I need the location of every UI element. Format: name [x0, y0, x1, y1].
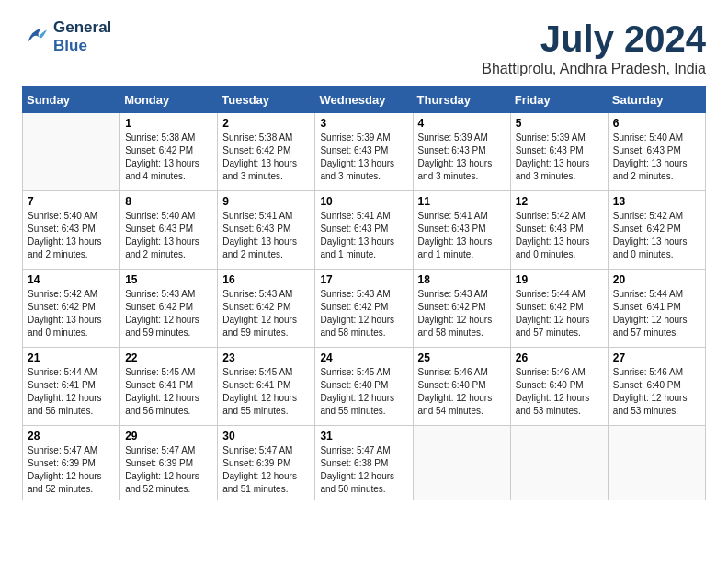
day-number: 26 [516, 351, 603, 364]
calendar-week-row: 1Sunrise: 5:38 AMSunset: 6:42 PMDaylight… [23, 113, 706, 191]
day-number: 22 [125, 351, 212, 364]
day-number: 7 [28, 195, 115, 208]
day-info: Sunrise: 5:39 AMSunset: 6:43 PMDaylight:… [418, 132, 506, 183]
day-number: 9 [222, 195, 310, 208]
day-number: 6 [613, 117, 700, 130]
day-info: Sunrise: 5:41 AMSunset: 6:43 PMDaylight:… [320, 210, 407, 261]
calendar-cell: 4Sunrise: 5:39 AMSunset: 6:43 PMDaylight… [413, 113, 510, 191]
day-info: Sunrise: 5:38 AMSunset: 6:42 PMDaylight:… [222, 132, 310, 183]
calendar-cell: 13Sunrise: 5:42 AMSunset: 6:42 PMDayligh… [608, 191, 705, 270]
calendar-cell: 19Sunrise: 5:44 AMSunset: 6:42 PMDayligh… [510, 270, 608, 348]
calendar-cell [510, 426, 608, 500]
calendar-cell: 28Sunrise: 5:47 AMSunset: 6:39 PMDayligh… [23, 426, 120, 500]
calendar-cell: 7Sunrise: 5:40 AMSunset: 6:43 PMDaylight… [23, 191, 120, 270]
day-info: Sunrise: 5:43 AMSunset: 6:42 PMDaylight:… [320, 288, 407, 339]
day-number: 11 [418, 195, 506, 208]
day-info: Sunrise: 5:47 AMSunset: 6:39 PMDaylight:… [28, 444, 115, 496]
calendar-cell: 6Sunrise: 5:40 AMSunset: 6:43 PMDaylight… [608, 113, 705, 191]
day-number: 4 [418, 117, 506, 130]
calendar-cell: 11Sunrise: 5:41 AMSunset: 6:43 PMDayligh… [413, 191, 510, 270]
calendar-cell: 12Sunrise: 5:42 AMSunset: 6:43 PMDayligh… [510, 191, 608, 270]
day-info: Sunrise: 5:47 AMSunset: 6:38 PMDaylight:… [320, 444, 407, 496]
day-info: Sunrise: 5:40 AMSunset: 6:43 PMDaylight:… [28, 210, 115, 261]
day-number: 13 [613, 195, 700, 208]
calendar-cell: 20Sunrise: 5:44 AMSunset: 6:41 PMDayligh… [608, 270, 705, 348]
day-number: 16 [222, 273, 310, 286]
day-number: 19 [516, 273, 603, 286]
calendar-cell: 25Sunrise: 5:46 AMSunset: 6:40 PMDayligh… [413, 348, 510, 426]
day-number: 8 [125, 195, 212, 208]
calendar-cell: 18Sunrise: 5:43 AMSunset: 6:42 PMDayligh… [413, 270, 510, 348]
calendar-cell: 26Sunrise: 5:46 AMSunset: 6:40 PMDayligh… [510, 348, 608, 426]
day-info: Sunrise: 5:43 AMSunset: 6:42 PMDaylight:… [222, 288, 310, 339]
calendar-cell: 8Sunrise: 5:40 AMSunset: 6:43 PMDaylight… [120, 191, 218, 270]
calendar-cell: 3Sunrise: 5:39 AMSunset: 6:43 PMDaylight… [315, 113, 413, 191]
logo-text: General Blue [53, 18, 111, 55]
day-number: 1 [125, 117, 212, 130]
calendar-cell: 30Sunrise: 5:47 AMSunset: 6:39 PMDayligh… [218, 426, 315, 500]
day-info: Sunrise: 5:43 AMSunset: 6:42 PMDaylight:… [125, 288, 212, 339]
calendar-week-row: 21Sunrise: 5:44 AMSunset: 6:41 PMDayligh… [23, 348, 706, 426]
day-number: 15 [125, 273, 212, 286]
day-info: Sunrise: 5:41 AMSunset: 6:43 PMDaylight:… [222, 210, 310, 261]
weekday-header: Monday [120, 87, 218, 113]
calendar-cell: 1Sunrise: 5:38 AMSunset: 6:42 PMDaylight… [120, 113, 218, 191]
calendar-cell: 29Sunrise: 5:47 AMSunset: 6:39 PMDayligh… [120, 426, 218, 500]
day-info: Sunrise: 5:40 AMSunset: 6:43 PMDaylight:… [613, 132, 700, 183]
day-info: Sunrise: 5:42 AMSunset: 6:43 PMDaylight:… [516, 210, 603, 261]
day-info: Sunrise: 5:44 AMSunset: 6:41 PMDaylight:… [28, 366, 115, 418]
weekday-header: Wednesday [315, 87, 413, 113]
day-info: Sunrise: 5:41 AMSunset: 6:43 PMDaylight:… [418, 210, 506, 261]
logo: General Blue [22, 18, 111, 55]
day-info: Sunrise: 5:46 AMSunset: 6:40 PMDaylight:… [418, 366, 506, 418]
weekday-header: Saturday [608, 87, 705, 113]
calendar-week-row: 28Sunrise: 5:47 AMSunset: 6:39 PMDayligh… [23, 426, 706, 500]
logo-icon [22, 23, 50, 51]
day-number: 28 [28, 430, 115, 442]
day-number: 21 [28, 351, 115, 364]
day-number: 5 [516, 117, 603, 130]
day-info: Sunrise: 5:40 AMSunset: 6:43 PMDaylight:… [125, 210, 212, 261]
calendar-cell: 15Sunrise: 5:43 AMSunset: 6:42 PMDayligh… [120, 270, 218, 348]
calendar-cell: 27Sunrise: 5:46 AMSunset: 6:40 PMDayligh… [608, 348, 705, 426]
day-number: 12 [516, 195, 603, 208]
day-info: Sunrise: 5:39 AMSunset: 6:43 PMDaylight:… [320, 132, 407, 183]
weekday-header: Friday [510, 87, 608, 113]
day-number: 3 [320, 117, 407, 130]
header: General Blue July 2024 Bhattiprolu, Andh… [22, 18, 706, 77]
day-info: Sunrise: 5:45 AMSunset: 6:41 PMDaylight:… [222, 366, 310, 418]
day-number: 20 [613, 273, 700, 286]
day-number: 2 [222, 117, 310, 130]
calendar-cell: 17Sunrise: 5:43 AMSunset: 6:42 PMDayligh… [315, 270, 413, 348]
day-number: 27 [613, 351, 700, 364]
location: Bhattiprolu, Andhra Pradesh, India [482, 61, 706, 77]
day-info: Sunrise: 5:47 AMSunset: 6:39 PMDaylight:… [125, 444, 212, 496]
day-info: Sunrise: 5:44 AMSunset: 6:41 PMDaylight:… [613, 288, 700, 339]
day-info: Sunrise: 5:38 AMSunset: 6:42 PMDaylight:… [125, 132, 212, 183]
calendar-cell [608, 426, 705, 500]
calendar-cell: 24Sunrise: 5:45 AMSunset: 6:40 PMDayligh… [315, 348, 413, 426]
calendar-header-row: SundayMondayTuesdayWednesdayThursdayFrid… [23, 87, 706, 113]
calendar-cell: 21Sunrise: 5:44 AMSunset: 6:41 PMDayligh… [23, 348, 120, 426]
day-info: Sunrise: 5:46 AMSunset: 6:40 PMDaylight:… [516, 366, 603, 418]
day-number: 18 [418, 273, 506, 286]
weekday-header: Tuesday [218, 87, 315, 113]
month-title: July 2024 [482, 18, 706, 59]
day-number: 17 [320, 273, 407, 286]
weekday-header: Sunday [23, 87, 120, 113]
day-number: 30 [222, 430, 310, 442]
calendar-table: SundayMondayTuesdayWednesdayThursdayFrid… [22, 86, 706, 500]
day-number: 23 [222, 351, 310, 364]
day-info: Sunrise: 5:42 AMSunset: 6:42 PMDaylight:… [613, 210, 700, 261]
day-info: Sunrise: 5:47 AMSunset: 6:39 PMDaylight:… [222, 444, 310, 496]
calendar-cell: 5Sunrise: 5:39 AMSunset: 6:43 PMDaylight… [510, 113, 608, 191]
calendar-cell: 10Sunrise: 5:41 AMSunset: 6:43 PMDayligh… [315, 191, 413, 270]
day-number: 29 [125, 430, 212, 442]
day-info: Sunrise: 5:43 AMSunset: 6:42 PMDaylight:… [418, 288, 506, 339]
day-info: Sunrise: 5:39 AMSunset: 6:43 PMDaylight:… [516, 132, 603, 183]
title-section: July 2024 Bhattiprolu, Andhra Pradesh, I… [482, 18, 706, 77]
day-info: Sunrise: 5:45 AMSunset: 6:40 PMDaylight:… [320, 366, 407, 418]
calendar-cell [413, 426, 510, 500]
day-number: 24 [320, 351, 407, 364]
calendar-cell [23, 113, 120, 191]
